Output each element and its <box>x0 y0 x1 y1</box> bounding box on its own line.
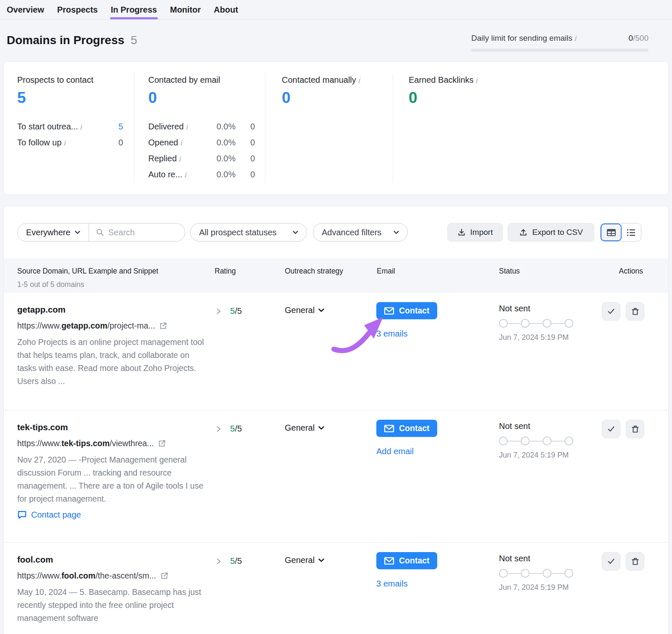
chevron-down-icon <box>394 231 399 234</box>
stat-contacted-by-email: Contacted by email 0 Deliveredi 0.0%0 Op… <box>148 75 255 179</box>
domain-name: tek-tips.com <box>17 422 207 432</box>
col-rating: Rating <box>215 267 236 276</box>
info-icon: i <box>572 34 576 42</box>
check-icon <box>607 558 615 565</box>
stat-value: 0 <box>409 89 478 107</box>
chevron-down-icon <box>318 558 324 563</box>
advanced-filters-dropdown[interactable]: Advanced filters <box>313 223 408 242</box>
stat-value: 0 <box>148 89 255 107</box>
tab-prospects[interactable]: Prospects <box>57 0 98 19</box>
external-link-icon[interactable] <box>158 439 166 448</box>
envelope-icon <box>384 424 394 433</box>
tab-about[interactable]: About <box>214 0 238 19</box>
tab-overview[interactable]: Overview <box>7 0 44 19</box>
export-to-csv-button[interactable]: Export to CSV <box>508 223 594 242</box>
search-icon <box>96 228 104 237</box>
trash-icon <box>632 425 639 433</box>
add-email-link[interactable]: Add email <box>376 447 437 456</box>
external-link-icon[interactable] <box>160 571 169 580</box>
stat-value: 5 <box>17 89 123 107</box>
table-row: tek-tips.com https://www.tek-tips.com/vi… <box>4 410 668 543</box>
daily-limit: Daily limit for sending emailsi 0/500 <box>471 34 648 52</box>
domain-name: getapp.com <box>17 305 207 315</box>
stat-subrow: Auto re...i 0.0%0 <box>148 170 255 179</box>
contact-page-link[interactable]: Contact page <box>17 510 207 520</box>
speech-bubble-icon <box>17 510 27 519</box>
daily-limit-label: Daily limit for sending emailsi <box>471 34 576 43</box>
delete-button[interactable] <box>626 420 644 438</box>
rating-value: 5/5 <box>230 306 242 316</box>
search-scope-group: Everywhere <box>17 223 185 242</box>
chevron-right-icon[interactable] <box>216 426 221 432</box>
emails-count-link[interactable]: 3 emails <box>376 579 437 589</box>
approve-button[interactable] <box>602 302 620 321</box>
source-url[interactable]: https://www.fool.com/the-ascent/sm... <box>17 571 207 581</box>
outreach-strategy-dropdown[interactable]: General <box>285 305 324 315</box>
view-toggle <box>600 223 641 242</box>
status-label: Not sent <box>499 304 573 313</box>
snippet-text: Nov 27, 2020 — -Project Management gener… <box>17 453 207 505</box>
info-icon: i <box>78 123 82 131</box>
external-link-icon[interactable] <box>159 321 168 330</box>
info-icon: i <box>356 76 360 84</box>
tab-in-progress[interactable]: In Progress <box>111 0 157 19</box>
contact-button[interactable]: Contact <box>376 302 437 319</box>
page-title-count: 5 <box>131 34 137 47</box>
outreach-strategy-dropdown[interactable]: General <box>285 555 324 565</box>
contact-button[interactable]: Contact <box>376 420 437 437</box>
status-label: Not sent <box>499 554 573 563</box>
chevron-right-icon[interactable] <box>216 558 221 565</box>
stat-contacted-manually: Contacted manuallyi 0 <box>282 75 360 107</box>
contact-button[interactable]: Contact <box>376 552 437 569</box>
col-source-domain: Source Domain, URL Example and Snippet <box>17 267 158 276</box>
stat-value: 0 <box>282 89 360 107</box>
info-icon: i <box>177 155 181 163</box>
approve-button[interactable] <box>602 420 620 438</box>
status-stepper <box>499 569 573 578</box>
divider <box>265 74 265 183</box>
emails-count-link[interactable]: 3 emails <box>376 329 437 339</box>
info-icon: i <box>62 139 66 147</box>
chevron-right-icon[interactable] <box>216 308 221 315</box>
prospect-status-filter[interactable]: All prospect statuses <box>190 223 307 242</box>
scope-dropdown[interactable]: Everywhere <box>18 224 89 241</box>
approve-button[interactable] <box>602 552 620 571</box>
stat-label: Contacted manuallyi <box>282 75 360 85</box>
outreach-strategy-dropdown[interactable]: General <box>285 423 324 433</box>
bottom-fade <box>4 619 668 634</box>
tab-monitor[interactable]: Monitor <box>170 0 201 19</box>
col-outreach-strategy: Outreach strategy <box>285 267 343 276</box>
status-date: Jun 7, 2024 5:19 PM <box>499 333 573 342</box>
chevron-down-icon <box>318 308 324 313</box>
stat-subrow: To start outrea...i 5 <box>17 122 123 132</box>
source-url[interactable]: https://www.getapp.com/project-ma... <box>17 321 207 331</box>
stat-prospects-to-contact: Prospects to contact 5 To start outrea..… <box>17 75 123 147</box>
domains-table-card: Everywhere All prospect statuses Advance… <box>3 206 669 634</box>
stat-subrow: Deliveredi 0.0%0 <box>148 122 255 132</box>
search-input[interactable] <box>108 228 176 237</box>
envelope-icon <box>384 557 394 565</box>
rating-value: 5/5 <box>230 556 242 566</box>
status-date: Jun 7, 2024 5:19 PM <box>499 583 573 592</box>
import-button[interactable]: Import <box>447 223 503 242</box>
upload-icon <box>519 228 528 237</box>
status-date: Jun 7, 2024 5:19 PM <box>499 451 573 460</box>
table-view-icon <box>606 229 616 237</box>
daily-limit-value: 0/500 <box>628 34 648 43</box>
download-icon <box>457 228 466 237</box>
rating-value: 5/5 <box>230 424 242 434</box>
table-view-button[interactable] <box>601 224 622 241</box>
trash-icon <box>632 308 639 316</box>
table-header: Source Domain, URL Example and Snippet 1… <box>4 258 668 293</box>
stat-label: Contacted by email <box>148 75 255 85</box>
chevron-down-icon <box>318 426 324 430</box>
check-icon <box>607 308 615 315</box>
stat-subrow: To follow upi 0 <box>17 138 123 147</box>
trash-icon <box>632 558 639 566</box>
delete-button[interactable] <box>626 552 644 571</box>
top-nav: Overview Prospects In Progress Monitor A… <box>0 0 672 20</box>
status-stepper <box>499 437 573 445</box>
list-view-button[interactable] <box>622 224 641 241</box>
delete-button[interactable] <box>626 302 644 321</box>
source-url[interactable]: https://www.tek-tips.com/viewthrea... <box>17 439 207 448</box>
